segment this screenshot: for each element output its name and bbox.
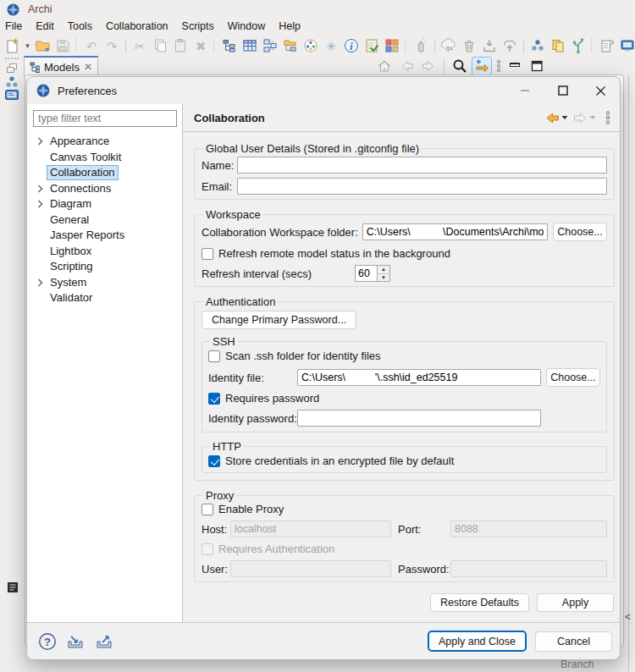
identity-file-choose-button[interactable]: Choose... <box>546 368 600 387</box>
validate-icon[interactable] <box>362 36 382 56</box>
page-forward-dropdown-icon[interactable] <box>588 109 597 126</box>
save-icon[interactable] <box>52 36 73 56</box>
revert-icon[interactable] <box>439 36 459 56</box>
tree-item-lightbox[interactable]: Lightbox <box>33 244 177 260</box>
magic-connector-icon[interactable] <box>411 36 431 56</box>
sync-model-icon[interactable] <box>472 57 492 76</box>
restore-defaults-button[interactable]: Restore Defaults <box>430 593 529 612</box>
menu-file[interactable]: File <box>0 20 29 32</box>
requires-password-checkbox[interactable] <box>208 393 220 405</box>
info-icon[interactable]: i <box>341 36 362 56</box>
dialog-close-icon[interactable] <box>582 77 620 104</box>
apply-and-close-button[interactable]: Apply and Close <box>428 631 527 652</box>
scan-ssh-checkbox[interactable] <box>208 350 220 362</box>
back-icon[interactable] <box>396 57 417 76</box>
spinner-up-icon[interactable]: ▲ <box>378 266 389 274</box>
restore-pane-icon[interactable] <box>2 62 22 74</box>
export-icon[interactable] <box>500 36 520 56</box>
menu-help[interactable]: Help <box>272 20 307 32</box>
tree-item-canvas-toolkit[interactable]: Canvas Toolkit <box>33 150 177 166</box>
color-scheme-icon[interactable] <box>301 36 321 56</box>
open-model-icon[interactable] <box>32 36 52 56</box>
group-ssh: SSH Scan .ssh folder for identity files … <box>202 335 607 432</box>
store-credentials-checkbox[interactable] <box>208 455 220 467</box>
tab-models[interactable]: Models ✕ <box>24 56 98 76</box>
redo-icon[interactable]: ↷ <box>102 36 122 56</box>
page-back-icon[interactable] <box>545 109 560 126</box>
menu-window[interactable]: Window <box>221 20 272 32</box>
tree-item-collaboration[interactable]: Collaboration <box>33 165 177 181</box>
import-icon[interactable] <box>479 36 500 56</box>
filter-input[interactable] <box>33 110 177 127</box>
tree-item-scripting[interactable]: Scripting <box>33 259 177 275</box>
menu-tools[interactable]: Tools <box>61 20 99 32</box>
refresh-interval-spinner[interactable]: ▲▼ <box>355 265 390 282</box>
undo-icon[interactable]: ↶ <box>81 36 102 56</box>
new-model-dropdown-icon[interactable]: ▾ <box>23 36 32 56</box>
copy-icon[interactable] <box>150 36 170 56</box>
model-tree-icon[interactable] <box>219 36 240 56</box>
tab-close-icon[interactable]: ✕ <box>84 61 92 73</box>
email-field[interactable] <box>237 178 607 195</box>
workspace-choose-button[interactable]: Choose... <box>553 223 607 241</box>
paste-icon[interactable] <box>170 36 190 56</box>
tree-item-system[interactable]: System <box>33 275 177 291</box>
identity-password-field[interactable] <box>297 410 541 427</box>
group-proxy: Proxy Enable Proxy Host: Port: Requires … <box>194 489 615 582</box>
view-menu-icon[interactable] <box>494 57 503 76</box>
collaboration-view-icon[interactable] <box>2 75 22 88</box>
tree-item-general[interactable]: General <box>33 212 177 229</box>
apply-button[interactable]: Apply <box>537 593 614 612</box>
refresh-status-checkbox[interactable] <box>202 248 213 260</box>
dialog-minimize-icon[interactable] <box>505 77 544 104</box>
layout-icon[interactable] <box>260 36 280 56</box>
delete-icon[interactable]: ✖ <box>190 36 211 56</box>
tree-item-validator[interactable]: Validator <box>33 290 177 306</box>
dialog-maximize-icon[interactable] <box>544 77 582 104</box>
import-preferences-icon[interactable] <box>65 633 86 650</box>
collaboration-icon[interactable] <box>527 36 548 56</box>
forward-icon[interactable] <box>418 57 439 76</box>
tree-item-jasper-reports[interactable]: Jasper Reports <box>33 228 177 244</box>
new-model-icon[interactable] <box>3 36 23 56</box>
workspace-folder-field[interactable] <box>362 223 548 240</box>
email-label: Email: <box>202 180 237 193</box>
console-view-icon[interactable] <box>2 89 22 102</box>
help-icon[interactable]: ? <box>38 632 57 651</box>
menu-edit[interactable]: Edit <box>29 20 61 32</box>
table-view-icon[interactable] <box>240 36 260 56</box>
page-menu-icon[interactable] <box>605 109 611 126</box>
sketch-icon[interactable]: ✳ <box>321 36 341 56</box>
tree-item-appearance[interactable]: Appearance <box>33 134 177 150</box>
export-preferences-icon[interactable] <box>94 633 114 650</box>
change-primary-password-button[interactable]: Change Primary Password... <box>202 311 356 329</box>
maximize-view-icon[interactable] <box>527 57 547 76</box>
minimize-view-icon[interactable] <box>505 57 525 76</box>
collapse-chevron-icon[interactable]: < <box>625 611 631 623</box>
navigator-icon[interactable] <box>280 36 301 56</box>
outline-view-icon[interactable] <box>3 581 23 593</box>
identity-file-field[interactable] <box>297 369 541 386</box>
workflow-icon[interactable] <box>568 36 588 56</box>
palette-icon[interactable] <box>382 36 402 56</box>
tree-item-connections[interactable]: Connections <box>33 181 177 197</box>
script-icon[interactable] <box>597 36 617 56</box>
name-field[interactable] <box>237 157 607 174</box>
spinner-down-icon[interactable]: ▼ <box>378 274 389 282</box>
delete-model-icon[interactable] <box>459 36 479 56</box>
cut-icon[interactable]: ✂ <box>130 36 150 56</box>
group-legend: Proxy <box>203 489 236 502</box>
tree-item-diagram[interactable]: Diagram <box>33 196 177 212</box>
console-icon[interactable] <box>617 36 635 56</box>
cancel-button[interactable]: Cancel <box>535 631 612 652</box>
enable-proxy-checkbox[interactable] <box>202 504 213 515</box>
page-forward-icon[interactable] <box>573 109 588 126</box>
refresh-interval-field[interactable] <box>355 265 378 282</box>
report-icon[interactable] <box>548 36 568 56</box>
page-back-dropdown-icon[interactable] <box>560 109 569 126</box>
search-icon[interactable] <box>450 57 470 76</box>
menu-scripts[interactable]: Scripts <box>175 20 221 32</box>
menu-collaboration[interactable]: Collaboration <box>99 20 175 32</box>
group-legend: HTTP <box>210 440 244 453</box>
home-icon[interactable] <box>374 57 395 76</box>
